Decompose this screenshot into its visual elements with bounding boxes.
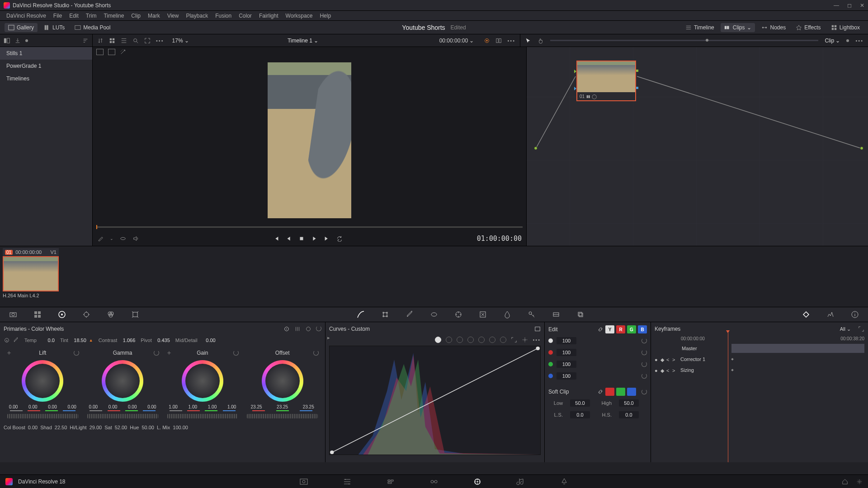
- gallery-button[interactable]: Gallery: [5, 23, 38, 32]
- curve-mode-6[interactable]: [489, 337, 495, 343]
- sort-icon[interactable]: [82, 38, 89, 44]
- soft-ls[interactable]: 0.0: [570, 411, 590, 418]
- lift-jog[interactable]: [7, 414, 78, 418]
- keyframe-master-row[interactable]: Master: [655, 343, 864, 354]
- curve-mode-custom[interactable]: [435, 337, 441, 343]
- eyedropper-icon[interactable]: [97, 235, 104, 242]
- timeline-button[interactable]: Timeline: [682, 23, 718, 32]
- tint-value[interactable]: 18.50: [71, 338, 86, 343]
- hdr-icon[interactable]: [81, 310, 91, 319]
- motion-effects-icon[interactable]: [130, 310, 140, 319]
- keyframes-icon[interactable]: [801, 310, 811, 319]
- menu-view[interactable]: View: [164, 13, 183, 19]
- search-icon[interactable]: [132, 38, 139, 44]
- menu-fusion[interactable]: Fusion: [212, 13, 235, 19]
- node-opacity[interactable]: [846, 39, 849, 42]
- sidebar-powergrade[interactable]: PowerGrade 1: [0, 60, 92, 72]
- curves-expand-icon[interactable]: [511, 337, 517, 343]
- soft-b-chip[interactable]: [627, 388, 636, 396]
- shad-value[interactable]: 22.50: [55, 425, 67, 430]
- maximize-button[interactable]: ◻: [847, 2, 852, 9]
- stop-button[interactable]: [298, 235, 305, 242]
- lift-reset-icon[interactable]: [74, 350, 79, 356]
- edit-b-chip[interactable]: B: [638, 325, 647, 333]
- nodes-button[interactable]: Nodes: [758, 23, 789, 32]
- keyframes-all-selector[interactable]: All ⌄: [840, 326, 851, 332]
- clip-thumbnail[interactable]: 01 00:00:00:00 V1 H.264 Main L4.2: [3, 248, 59, 298]
- edit-r-chip[interactable]: R: [616, 325, 625, 333]
- lightbox-button[interactable]: Lightbox: [827, 23, 863, 32]
- viewer-mode1-icon[interactable]: [96, 49, 104, 55]
- window-icon[interactable]: [429, 310, 439, 319]
- curve-mode-2[interactable]: [446, 337, 452, 343]
- edit-y-reset[interactable]: [642, 338, 647, 343]
- edit-r-value[interactable]: 100: [557, 349, 576, 356]
- camera-raw-icon[interactable]: [8, 310, 18, 319]
- magic-wand-icon[interactable]: [120, 49, 126, 55]
- keyframe-sizing-row[interactable]: ●◆<> Sizing: [655, 365, 864, 375]
- sidebar-timelines[interactable]: Timelines: [0, 72, 92, 85]
- primaries-wheels-mode-icon[interactable]: [283, 326, 290, 332]
- gain-reset-icon[interactable]: [233, 350, 239, 356]
- info-icon[interactable]: [850, 310, 860, 319]
- menu-playback[interactable]: Playback: [182, 13, 212, 19]
- edit-y-value[interactable]: 100: [557, 337, 576, 344]
- grid-view-icon[interactable]: [109, 38, 115, 44]
- fairlight-page-icon[interactable]: [516, 477, 525, 486]
- output-port[interactable]: [860, 146, 863, 150]
- sat-value[interactable]: 52.00: [115, 425, 127, 430]
- primaries-log-mode-icon[interactable]: [305, 326, 311, 332]
- keyframe-corrector-row[interactable]: ●◆<> Corrector 1: [655, 354, 864, 365]
- list-view-icon[interactable]: [121, 38, 127, 44]
- cut-page-icon[interactable]: [343, 477, 352, 486]
- soft-r-chip[interactable]: [605, 388, 614, 396]
- curve-mode-5[interactable]: [478, 337, 485, 343]
- edit-g-chip[interactable]: G: [627, 325, 636, 333]
- edit-y-chip[interactable]: Y: [605, 325, 614, 333]
- minimize-button[interactable]: —: [834, 2, 839, 9]
- scrubber[interactable]: [93, 223, 526, 231]
- soft-g-chip[interactable]: [616, 388, 625, 396]
- clips-button[interactable]: Clips ⌄: [721, 23, 755, 32]
- more-icon[interactable]: •••: [156, 38, 164, 43]
- primaries-reset-icon[interactable]: [316, 326, 321, 331]
- transport-timecode[interactable]: 01:00:00:00: [477, 235, 522, 243]
- menu-help[interactable]: Help: [316, 13, 335, 19]
- menu-timeline[interactable]: Timeline: [100, 13, 127, 19]
- menu-clip[interactable]: Clip: [127, 13, 144, 19]
- prev-clip-button[interactable]: [273, 235, 279, 242]
- media-page-icon[interactable]: [299, 477, 308, 486]
- edit-g-reset[interactable]: [642, 361, 647, 367]
- soft-link-icon[interactable]: [597, 389, 604, 395]
- effects-button[interactable]: Effects: [792, 23, 824, 32]
- bypass-icon[interactable]: [484, 38, 490, 44]
- qualifier-icon[interactable]: [405, 310, 415, 319]
- home-icon[interactable]: [842, 479, 848, 485]
- rgb-mixer-icon[interactable]: [106, 310, 116, 319]
- menu-file[interactable]: File: [50, 13, 66, 19]
- edit-b-value[interactable]: 100: [557, 372, 576, 380]
- curve-mode-7[interactable]: [500, 337, 506, 343]
- curves-more-icon[interactable]: •••: [533, 337, 541, 343]
- hilight-value[interactable]: 29.00: [90, 425, 102, 430]
- lmix-value[interactable]: 100.00: [173, 425, 188, 430]
- curve-editor[interactable]: [329, 346, 541, 455]
- sort2-icon[interactable]: [97, 38, 104, 44]
- warper-icon[interactable]: [380, 310, 390, 319]
- menu-edit[interactable]: Edit: [66, 13, 82, 19]
- gain-wheel[interactable]: [182, 360, 223, 402]
- viewer-mode2-icon[interactable]: [108, 49, 115, 55]
- expand-icon[interactable]: [144, 38, 151, 44]
- timeline-selector[interactable]: Timeline 1 ⌄: [288, 38, 318, 44]
- scopes-icon[interactable]: [826, 310, 835, 319]
- sizing-icon[interactable]: [551, 310, 561, 319]
- settings-icon[interactable]: [856, 479, 863, 485]
- gamma-reset-icon[interactable]: [154, 350, 159, 356]
- kf-diamond-icon[interactable]: ◆: [660, 357, 665, 361]
- edit-g-value[interactable]: 100: [557, 361, 576, 368]
- color-match-icon[interactable]: [33, 310, 42, 319]
- close-button[interactable]: ✕: [860, 2, 864, 9]
- edit-link-icon[interactable]: [597, 326, 604, 333]
- node-clip-selector[interactable]: Clip ⌄: [825, 38, 840, 44]
- menu-davinci[interactable]: DaVinci Resolve: [3, 13, 50, 19]
